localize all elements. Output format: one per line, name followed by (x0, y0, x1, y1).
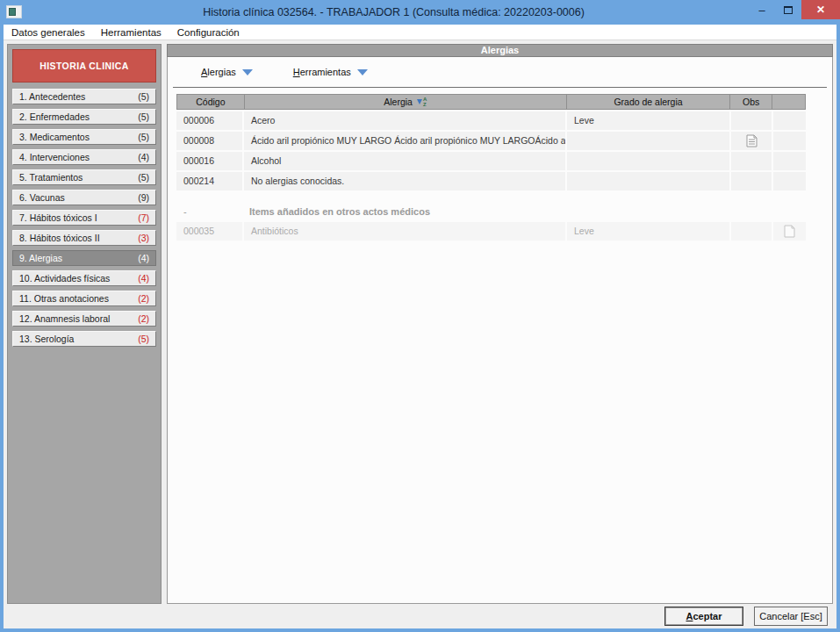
footer-bar: Aceptar Cancelar [Esc] (4, 604, 836, 628)
close-button[interactable]: ✕ (801, 0, 840, 19)
sidebar-item-antecedentes[interactable]: 1. Antecedentes (5) (12, 89, 156, 104)
panel-body: Alergias Herramientas Código Alergia (167, 57, 833, 604)
app-icon-glyph (9, 8, 16, 16)
herramientas-dropdown-accel: H (293, 67, 300, 77)
cell-alergia: Antibióticos (244, 222, 565, 241)
historia-clinica-button[interactable]: HISTORIA CLINICA (12, 49, 156, 83)
sidebar-item-enfermedades[interactable]: 2. Enfermedades (5) (12, 109, 156, 125)
menubar: Datos generales Herramientas Configuraci… (4, 25, 836, 40)
cell-alergia: Alcohol (244, 152, 565, 170)
toolbar-separator (173, 87, 827, 89)
sidebar-item-count: (2) (138, 293, 149, 304)
cell-grado (567, 172, 729, 190)
cell-codigo: 000214 (176, 172, 242, 190)
cell-alergia: No alergias conocidas. (244, 172, 565, 190)
sidebar: HISTORIA CLINICA 1. Antecedentes (5) 2. … (7, 44, 162, 604)
cell-grado: Leve (567, 222, 729, 241)
sidebar-item-label: 10. Actividades físicas (19, 273, 110, 284)
cell-obs (731, 132, 772, 150)
cell-obs (731, 111, 772, 130)
sidebar-item-count: (7) (138, 212, 149, 223)
sidebar-item-label: 5. Tratamientos (19, 172, 83, 183)
observation-document-icon[interactable] (746, 134, 757, 147)
sidebar-item-label: 2. Enfermedades (19, 111, 90, 122)
cancelar-button[interactable]: Cancelar [Esc] (754, 607, 828, 626)
sidebar-item-count: (4) (138, 273, 149, 284)
cell-alergia: Acero (244, 111, 565, 130)
table-row[interactable]: 000006 Acero Leve (176, 111, 806, 130)
sidebar-item-vacunas[interactable]: 6. Vacunas (9) (12, 190, 156, 205)
alergias-table: Código Alergia A Z Grado de ale (176, 94, 806, 241)
column-header-alergia[interactable]: Alergia A Z (245, 95, 567, 109)
cell-grado: Leve (567, 111, 729, 130)
sidebar-item-actividades-fisicas[interactable]: 10. Actividades físicas (4) (12, 270, 156, 286)
cell-codigo: 000008 (176, 132, 242, 150)
column-header-alergia-label: Alergia (384, 97, 413, 107)
sidebar-item-count: (5) (138, 172, 149, 183)
main-panel: Alergias Alergias Herramientas Código (167, 44, 833, 604)
column-header-extra (772, 95, 805, 109)
menu-datos-generales[interactable]: Datos generales (4, 27, 93, 38)
sidebar-item-label: 4. Intervenciones (19, 152, 90, 162)
table-row[interactable]: 000214 No alergias conocidas. (176, 172, 806, 190)
sidebar-item-intervenciones[interactable]: 4. Intervenciones (4) (12, 149, 156, 165)
sidebar-item-habitos-toxicos-2[interactable]: 8. Hábitos tóxicos II (3) (12, 230, 156, 246)
external-items-section: - Items añadidos en otros actos médicos (176, 203, 806, 220)
sidebar-item-label: 1. Antecedentes (19, 91, 85, 102)
sidebar-item-count: (4) (138, 253, 149, 263)
cell-codigo: 000016 (176, 152, 242, 170)
minimize-button[interactable]: – (749, 0, 775, 19)
sidebar-item-label: 8. Hábitos tóxicos II (19, 233, 100, 243)
content-area: HISTORIA CLINICA 1. Antecedentes (5) 2. … (4, 40, 836, 628)
table-header: Código Alergia A Z Grado de ale (176, 94, 806, 110)
cell-alergia: Ácido aril propiónico MUY LARGO Ácido ar… (244, 132, 565, 150)
table-row-external[interactable]: 000035 Antibióticos Leve (176, 222, 806, 241)
sidebar-item-tratamientos[interactable]: 5. Tratamientos (5) (12, 169, 156, 185)
sidebar-item-medicamentos[interactable]: 3. Medicamentos (5) (12, 129, 156, 145)
column-header-obs[interactable]: Obs (730, 95, 772, 109)
sidebar-item-habitos-toxicos-1[interactable]: 7. Hábitos tóxicos I (7) (12, 210, 156, 226)
column-header-grado[interactable]: Grado de alergia (567, 95, 730, 109)
menu-herramientas[interactable]: Herramientas (93, 27, 169, 38)
sidebar-item-label: 3. Medicamentos (19, 132, 90, 142)
sort-letter-z: Z (423, 102, 427, 107)
sidebar-item-alergias[interactable]: 9. Alergias (4) (12, 250, 156, 266)
aceptar-label: ceptar (693, 611, 722, 621)
chevron-down-icon (242, 69, 253, 75)
sidebar-item-otras-anotaciones[interactable]: 11. Otras anotaciones (2) (12, 291, 156, 306)
aceptar-button[interactable]: Aceptar (664, 607, 743, 626)
cell-obs (731, 172, 772, 190)
blank-document-icon[interactable] (784, 225, 795, 238)
herramientas-dropdown[interactable]: Herramientas (293, 67, 368, 77)
cell-obs (731, 222, 772, 241)
cell-grado (567, 132, 729, 150)
sidebar-item-serologia[interactable]: 13. Serología (5) (12, 331, 156, 347)
section-label: Items añadidos en otros actos médicos (242, 206, 430, 217)
alergias-dropdown-label: lergias (207, 67, 235, 77)
cell-obs (731, 152, 772, 170)
sidebar-item-label: 13. Serología (19, 334, 74, 344)
app-icon (6, 5, 22, 18)
cell-extra (773, 172, 806, 190)
cell-extra (773, 132, 806, 150)
table-row[interactable]: 000008 Ácido aril propiónico MUY LARGO Á… (176, 132, 806, 150)
sidebar-item-anamnesis-laboral[interactable]: 12. Anamnesis laboral (2) (12, 311, 156, 327)
section-codigo: - (176, 206, 242, 217)
cell-extra (773, 222, 806, 241)
menu-configuracion[interactable]: Configuración (169, 27, 248, 38)
sidebar-item-label: 11. Otras anotaciones (19, 293, 109, 304)
alergias-dropdown[interactable]: Alergias (201, 67, 253, 77)
sidebar-item-count: (5) (138, 132, 149, 142)
table-row[interactable]: 000016 Alcohol (176, 152, 806, 170)
cell-extra (773, 152, 806, 170)
sort-arrow-icon (417, 99, 422, 104)
sidebar-item-count: (9) (138, 192, 149, 203)
sidebar-item-count: (3) (138, 233, 149, 243)
column-header-codigo[interactable]: Código (177, 95, 245, 109)
sidebar-item-label: 6. Vacunas (19, 192, 65, 203)
panel-title: Alergias (167, 44, 833, 57)
sidebar-item-label: 7. Hábitos tóxicos I (19, 212, 97, 223)
cell-grado (567, 152, 729, 170)
sidebar-item-label: 12. Anamnesis laboral (19, 313, 110, 324)
maximize-button[interactable] (775, 0, 801, 19)
